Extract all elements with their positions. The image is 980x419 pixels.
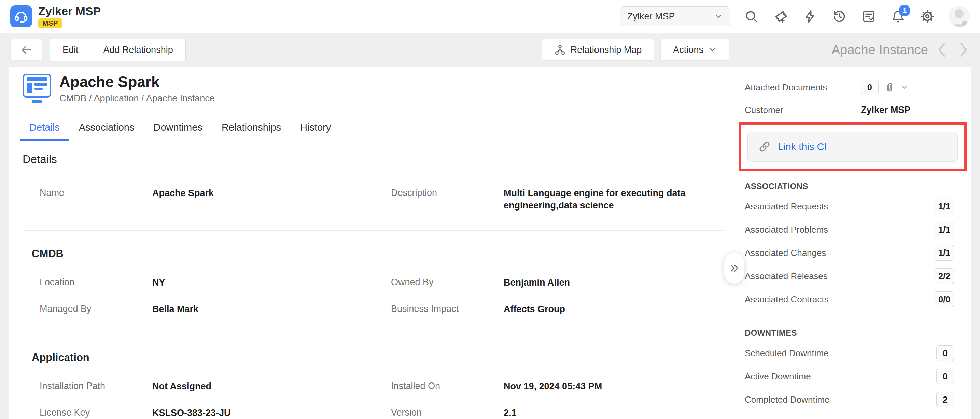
field-value: Bella Mark [152,303,198,315]
field-label: Installation Path [40,380,152,391]
relationship-map-button[interactable]: Relationship Map [542,39,655,61]
field-label: Version [391,407,504,418]
field-value: NY [152,276,165,289]
settings-gear-icon[interactable] [919,8,935,25]
field-label: License Key [40,407,152,418]
field-license-key: License Key KSLSO-383-23-JU [22,407,374,419]
msp-badge: MSP [38,18,62,28]
avatar[interactable] [948,6,970,27]
tab-downtimes[interactable]: Downtimes [144,122,212,141]
field-label: Managed By [40,303,152,314]
annotation-highlight-box: Link this CI [738,122,967,171]
org-selector[interactable]: Zylker MSP [620,6,730,26]
field-label: Name [40,187,152,198]
association-count-badge: 1/1 [935,245,954,261]
field-label: Location [40,276,152,288]
associated-problems-row[interactable]: Associated Problems 1/1 [735,222,971,238]
notification-count-badge: 1 [899,5,910,16]
field-owned-by: Owned By Benjamin Allen [374,276,725,289]
collapse-panel-button[interactable] [724,253,744,284]
notification-bell-icon[interactable]: 1 [890,8,906,25]
actions-button[interactable]: Actions [660,39,729,61]
field-installed-on: Installed On Nov 19, 2024 05:43 PM [374,380,725,392]
main-panel: Apache Spark CMDB / Application / Apache… [9,67,971,419]
associated-changes-row[interactable]: Associated Changes 1/1 [735,245,971,261]
app-title: Zylker MSP [38,5,101,17]
field-value: Apache Spark [152,187,214,199]
association-count-badge: 1/1 [935,198,954,214]
field-value: Not Assigned [152,380,212,392]
approvals-icon[interactable] [861,8,877,25]
association-count-badge: 2/2 [935,268,954,284]
back-arrow-icon [19,43,33,57]
tab-history[interactable]: History [291,122,340,141]
ci-detail-content: Apache Spark CMDB / Application / Apache… [9,67,734,419]
completed-downtime-row[interactable]: Completed Downtime 2 [735,392,971,407]
field-location: Location NY [22,276,374,289]
section-divider [22,334,725,334]
field-label: Installed On [391,380,504,391]
quick-actions-icon[interactable] [802,8,818,25]
previous-icon[interactable] [935,42,948,58]
chevron-down-icon[interactable] [900,84,908,91]
customer-value: Zylker MSP [861,105,911,115]
field-value: KSLSO-383-23-JU [152,407,231,419]
associated-releases-row[interactable]: Associated Releases 2/2 [735,268,971,284]
associated-contracts-row[interactable]: Associated Contracts 0/0 [735,291,971,307]
right-sidebar: Attached Documents 0 Customer Zylker MSP [734,67,971,419]
field-label: Owned By [391,276,504,288]
field-label: Business Impact [391,303,504,314]
page-title: Apache Instance [832,43,928,57]
field-value: Affects Group [504,303,565,315]
downtime-label: Completed Downtime [745,394,936,405]
link-this-ci-button[interactable]: Link this CI [748,132,958,162]
chevron-down-icon [708,46,716,54]
ci-tabs: Details Associations Downtimes Relations… [22,122,725,141]
org-selector-value: Zylker MSP [627,11,714,22]
edit-button[interactable]: Edit [50,39,91,61]
search-icon[interactable] [743,8,759,25]
tab-details[interactable]: Details [20,122,69,141]
history-icon[interactable] [831,8,848,25]
downtime-count-badge: 2 [936,392,954,407]
link-icon [758,140,771,153]
chevron-down-icon [714,12,723,21]
link-this-ci-label: Link this CI [778,141,827,152]
downtime-count-badge: 0 [936,345,954,361]
associated-requests-row[interactable]: Associated Requests 1/1 [735,198,971,214]
cmdb-section: CMDB Location NY Owned By Benjamin Allen… [22,248,725,315]
add-relationship-button[interactable]: Add Relationship [91,39,185,61]
actions-button-label: Actions [673,45,703,55]
field-value: Multi Language engine for executing data… [504,187,702,211]
attached-documents-count[interactable]: 0 [861,79,878,95]
downtime-label: Scheduled Downtime [745,348,936,359]
customer-label: Customer [745,105,861,115]
tab-associations[interactable]: Associations [69,122,144,141]
field-value: 2.1 [504,407,517,419]
app-logo[interactable] [10,5,32,27]
edit-button-label: Edit [62,45,78,55]
field-description: Description Multi Language engine for ex… [374,187,725,211]
add-relationship-label: Add Relationship [103,45,173,55]
active-downtime-row[interactable]: Active Downtime 0 [735,368,971,384]
tab-relationships[interactable]: Relationships [212,122,291,141]
application-section: Application Installation Path Not Assign… [22,351,725,419]
cmdb-section-heading: CMDB [22,248,725,260]
next-icon[interactable] [957,42,970,58]
relationship-map-icon [554,44,566,56]
add-ticket-icon[interactable] [772,8,789,25]
field-value: Nov 19, 2024 05:43 PM [504,380,602,392]
back-button[interactable] [10,39,42,61]
scheduled-downtime-row[interactable]: Scheduled Downtime 0 [735,345,971,361]
downtime-count-badge: 0 [936,368,954,384]
field-version: Version 2.1 [374,407,725,419]
downtime-label: Active Downtime [745,371,936,382]
field-installation-path: Installation Path Not Assigned [22,380,374,392]
collapse-panel-icon [729,263,739,273]
customer-row: Customer Zylker MSP [735,105,971,115]
association-count-badge: 1/1 [935,222,954,238]
app-header: Zylker MSP MSP Zylker MSP [0,0,980,33]
attachment-clip-icon[interactable] [883,81,896,94]
field-managed-by: Managed By Bella Mark [22,303,374,315]
association-label: Associated Contracts [745,294,935,305]
